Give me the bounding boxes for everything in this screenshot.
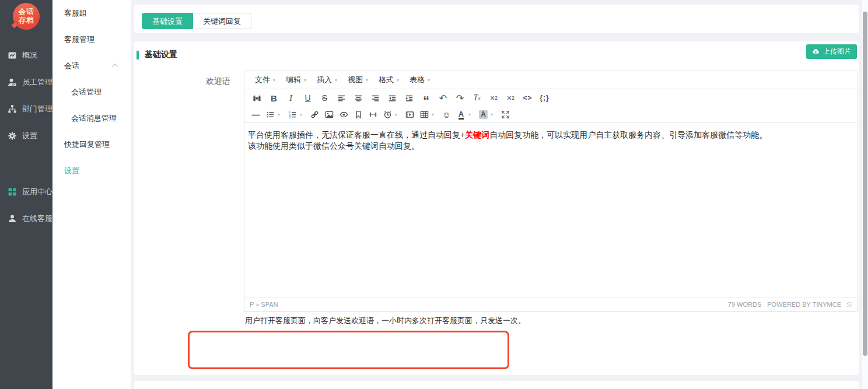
strikethrough-icon[interactable]: S <box>316 91 333 105</box>
dropdown-caret-icon[interactable]: ▾ <box>491 112 498 117</box>
editor-paragraph: 平台使用客服插件，无法保证客服一直在线，通过自动回复+关键词自动回复功能，可以实… <box>248 129 851 152</box>
menu-file[interactable]: 文件▾ <box>250 75 281 85</box>
insert-image-icon[interactable] <box>322 108 337 122</box>
fullscreen-icon[interactable] <box>498 108 513 122</box>
menu-label: 插入 <box>317 75 332 85</box>
basic-settings-card: 基础设置 欢迎语 文件▾ 编辑▾ 插入▾ 视图▾ 格式▾ 表格▾ B I U S <box>134 41 859 375</box>
page-break-icon[interactable] <box>366 108 380 122</box>
overview-icon <box>8 51 17 60</box>
menu-insert[interactable]: 插入▾ <box>312 75 342 85</box>
horizontal-rule-icon[interactable]: — <box>249 108 263 122</box>
bold-icon[interactable]: B <box>265 91 282 105</box>
submenu-item-settings-active[interactable]: 设置 <box>52 157 131 184</box>
chevron-down-icon: ▾ <box>304 78 306 83</box>
italic-icon[interactable]: I <box>282 91 299 105</box>
insert-datetime-icon[interactable] <box>380 108 395 122</box>
subscript-icon[interactable]: ×2 <box>485 91 502 105</box>
sidebar-item-online-service[interactable]: 在线客服 <box>0 205 52 232</box>
sidebar-item-settings[interactable]: 设置 <box>0 122 52 149</box>
sidebar-item-label: 员工管理 <box>22 77 52 87</box>
section-accent-bar <box>136 51 139 59</box>
menu-edit[interactable]: 编辑▾ <box>281 75 312 85</box>
outdent-icon[interactable] <box>384 91 401 105</box>
sidebar-item-label: 设置 <box>22 131 37 141</box>
editor-text: 平台使用客服插件，无法保证客服一直在线，通过自动回复+ <box>248 130 465 139</box>
superscript-icon[interactable]: ×2 <box>502 91 519 105</box>
indent-icon[interactable] <box>401 91 418 105</box>
clear-formatting-icon[interactable]: Tx <box>468 91 485 105</box>
glyph-sub: x <box>478 95 480 101</box>
insert-media-icon[interactable] <box>402 108 417 122</box>
align-center-icon[interactable] <box>350 91 367 105</box>
menu-table[interactable]: 表格▾ <box>404 75 435 85</box>
menu-format[interactable]: 格式▾ <box>373 75 404 85</box>
dropdown-caret-icon[interactable]: ▾ <box>300 112 307 117</box>
inline-code-icon[interactable]: <> <box>519 91 536 105</box>
dropdown-caret-icon[interactable]: ▾ <box>432 112 439 117</box>
submenu-item-label: 会话 <box>64 61 79 71</box>
sidebar-item-overview[interactable]: 概况 <box>0 42 52 69</box>
tabs-card: 基础设置 关键词回复 <box>134 5 859 33</box>
preview-icon[interactable] <box>337 108 351 122</box>
submenu-item-session-management[interactable]: 会话管理 <box>52 79 131 105</box>
bullet-list-icon[interactable] <box>263 108 278 122</box>
page-scrollbar[interactable] <box>862 0 868 389</box>
text-color-icon[interactable]: A <box>454 108 468 122</box>
upload-image-button[interactable]: 上传图片 <box>806 44 857 59</box>
editor-menubar: 文件▾ 编辑▾ 插入▾ 视图▾ 格式▾ 表格▾ <box>244 71 857 89</box>
submenu-item-quick-reply-management[interactable]: 快捷回复管理 <box>52 131 131 157</box>
undo-icon[interactable]: ↶ <box>435 91 452 105</box>
scrollbar-thumb[interactable] <box>863 12 867 356</box>
sidebar-item-department[interactable]: 部门管理 <box>0 96 52 122</box>
online-service-icon <box>8 214 17 223</box>
dropdown-caret-icon[interactable]: ▾ <box>468 112 476 117</box>
glyph: A <box>459 110 464 120</box>
logo-text-line2: 存档 <box>19 16 34 25</box>
align-left-icon[interactable] <box>333 91 350 105</box>
numbered-list-icon[interactable]: 123 <box>285 108 300 122</box>
settings-gear-icon <box>8 131 17 141</box>
blockquote-icon[interactable]: “ <box>418 91 435 105</box>
sidebar-item-staff[interactable]: 员工管理 <box>0 69 52 96</box>
chevron-down-icon: ▾ <box>335 78 337 83</box>
emoticons-icon[interactable]: ☺ <box>439 108 454 122</box>
dropdown-caret-icon[interactable]: ▾ <box>395 112 402 117</box>
dropdown-caret-icon[interactable]: ▾ <box>278 112 285 117</box>
tinymce-branding[interactable]: POWERED BY TINYMCE <box>767 301 841 308</box>
sidebar-item-app-center[interactable]: 应用中心 <box>0 178 52 205</box>
search-replace-icon[interactable] <box>249 91 265 105</box>
redo-icon[interactable]: ↷ <box>452 91 468 105</box>
tab-group: 基础设置 关键词回复 <box>142 13 251 29</box>
underline-icon[interactable]: U <box>299 91 316 105</box>
anchor-icon[interactable] <box>351 108 366 122</box>
tab-basic-settings[interactable]: 基础设置 <box>142 13 193 29</box>
editor-statusbar: P » SPAN 79 WORDS POWERED BY TINYMCE <box>244 297 857 311</box>
svg-text:3: 3 <box>289 115 290 119</box>
submenu-item-label: 客服管理 <box>64 34 94 45</box>
resize-grip-icon[interactable] <box>847 302 852 307</box>
menu-view[interactable]: 视图▾ <box>342 75 373 85</box>
submenu-item-session-message-management[interactable]: 会话消息管理 <box>52 105 131 131</box>
link-icon[interactable] <box>307 108 322 122</box>
tab-label: 基础设置 <box>152 17 183 26</box>
editor-keyword-text: 关键词 <box>465 130 489 139</box>
menu-label: 表格 <box>410 75 425 85</box>
submenu-item-service-group[interactable]: 客服组 <box>52 0 131 26</box>
menu-label: 编辑 <box>286 75 301 85</box>
sidebar-item-label: 在线客服 <box>22 213 52 224</box>
tab-keyword-reply[interactable]: 关键词回复 <box>193 13 251 29</box>
chevron-down-icon: ▾ <box>428 78 430 83</box>
submenu-item-label: 会话管理 <box>71 87 102 97</box>
submenu-group-session[interactable]: 会话 <box>52 52 131 79</box>
insert-table-icon[interactable] <box>417 108 432 122</box>
editor-text: 自动回复功能，可以实现用户自主获取服务内容、引导添加客服微信等功能。 <box>489 130 767 139</box>
logo-text-line1: 会话 <box>19 8 34 16</box>
element-path[interactable]: P » SPAN <box>250 301 278 308</box>
section-header: 基础设置 <box>136 50 177 60</box>
editor-content-area[interactable]: 平台使用客服插件，无法保证客服一直在线，通过自动回复+关键词自动回复功能，可以实… <box>244 123 857 297</box>
submenu-item-service-management[interactable]: 客服管理 <box>52 26 131 52</box>
app-logo[interactable]: 会话 存档 <box>13 3 40 30</box>
background-color-icon[interactable]: A <box>476 108 491 122</box>
code-sample-icon[interactable]: {;} <box>536 91 553 105</box>
align-right-icon[interactable] <box>367 91 384 105</box>
